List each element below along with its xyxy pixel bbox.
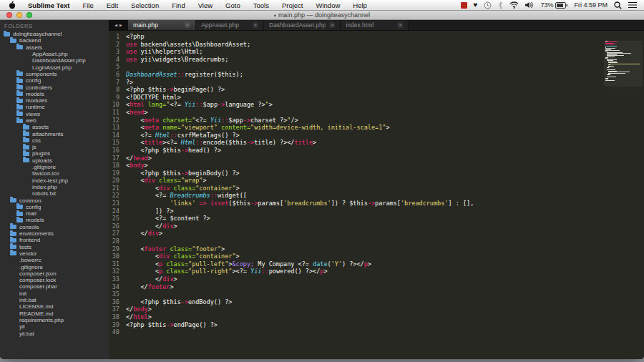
code-line-11: 11<head> <box>109 109 644 117</box>
tree-item-label: js <box>32 144 36 150</box>
tree-item-label: vendor <box>19 250 36 257</box>
folder-icon <box>16 92 23 96</box>
tree-folder-mail[interactable]: mail <box>0 210 109 217</box>
code-text: </html> <box>126 313 152 321</box>
tree-file-yii.bat[interactable]: yii.bat <box>0 330 109 336</box>
menu-item-file[interactable]: File <box>76 0 99 11</box>
apple-menu-icon[interactable] <box>0 1 21 9</box>
tab-scroll-right-icon[interactable]: ▶ <box>119 23 122 27</box>
menu-item-edit[interactable]: Edit <box>100 0 125 11</box>
tree-folder-models[interactable]: models <box>0 91 109 97</box>
tab-main.php[interactable]: main.php× <box>128 20 196 30</box>
menu-item-sublime-text[interactable]: Sublime Text <box>21 0 76 11</box>
tree-folder-vendor[interactable]: vendor <box>0 250 109 257</box>
tree-file-composer.json[interactable]: composer.json <box>0 270 109 277</box>
tree-folder-components[interactable]: components <box>0 71 109 77</box>
tree-file-.gitignore[interactable]: .gitignore <box>0 263 109 270</box>
menu-item-project[interactable]: Project <box>275 0 310 11</box>
tree-item-label: console <box>19 224 39 230</box>
folder-icon <box>23 152 29 156</box>
tab-appasset.php[interactable]: AppAsset.php× <box>196 20 264 30</box>
tree-file-dashboardasset.php[interactable]: DashboardAsset.php <box>0 57 109 64</box>
tree-folder-controllers[interactable]: controllers <box>0 84 109 90</box>
code-lines: 1<?php2use backend\assets\DashboardAsset… <box>109 31 644 336</box>
tree-folder-doingiteasychannel[interactable]: doingiteasychannel <box>0 31 109 37</box>
tree-folder-assets[interactable]: assets <box>0 124 109 130</box>
tab-close-icon[interactable]: × <box>397 22 403 28</box>
tree-file-favicon.ico[interactable]: favicon.ico <box>0 170 109 177</box>
menu-item-window[interactable]: Window <box>309 0 346 11</box>
tree-folder-console[interactable]: console <box>0 224 109 230</box>
code-line-40: 40 <box>109 328 644 336</box>
tree-file-index.php[interactable]: index.php <box>0 184 109 190</box>
tree-folder-backend[interactable]: backend <box>0 37 109 44</box>
tree-folder-config[interactable]: config <box>0 77 109 84</box>
tree-file-license.md[interactable]: LICENSE.md <box>0 303 109 310</box>
tree-folder-plugins[interactable]: plugins <box>0 150 109 157</box>
tab-dashboardasset.php[interactable]: DashboardAsset.php× <box>264 20 341 30</box>
tab-close-icon[interactable]: × <box>329 22 335 28</box>
tree-file-yii[interactable]: yii <box>0 323 109 330</box>
code-line-9: 9<!DOCTYPE html> <box>109 94 644 102</box>
line-number: 27 <box>109 230 126 238</box>
tree-file-composer.lock[interactable]: composer.lock <box>0 277 109 283</box>
menu-item-selection[interactable]: Selection <box>125 0 165 11</box>
tab-index.html[interactable]: index.html× <box>341 20 409 30</box>
tree-item-label: web <box>26 117 36 124</box>
bluetooth-icon[interactable] <box>498 1 503 9</box>
heart-menu-icon[interactable]: ♥ <box>474 1 478 9</box>
tree-file-readme.md[interactable]: README.md <box>0 310 109 316</box>
menu-item-view[interactable]: View <box>192 0 219 11</box>
tree-file-requirements.php[interactable]: requirements.php <box>0 317 109 323</box>
spotlight-search-icon[interactable] <box>614 1 622 9</box>
code-editor[interactable]: 1<?php2use backend\assets\DashboardAsset… <box>109 31 644 359</box>
tree-folder-models[interactable]: models <box>0 217 109 223</box>
tree-folder-runtime[interactable]: runtime <box>0 104 109 110</box>
code-text: <head> <box>126 109 148 117</box>
window-title-bar[interactable]: ▪main.php — doingiteasychannel <box>0 11 644 20</box>
tree-folder-assets[interactable]: assets <box>0 44 109 51</box>
tree-folder-modules[interactable]: modules <box>0 97 109 104</box>
tree-folder-frontend[interactable]: frontend <box>0 237 109 243</box>
tree-folder-config[interactable]: config <box>0 204 109 210</box>
line-number: 8 <box>109 86 126 94</box>
tree-file-init[interactable]: init <box>0 290 109 297</box>
tree-file-robots.txt[interactable]: robots.txt <box>0 190 109 197</box>
tree-folder-css[interactable]: css <box>0 137 109 144</box>
notification-center-icon[interactable] <box>628 1 637 9</box>
tab-close-icon[interactable]: × <box>253 22 258 28</box>
tree-folder-environments[interactable]: environments <box>0 230 109 237</box>
menu-item-goto[interactable]: Goto <box>219 0 247 11</box>
tree-folder-web[interactable]: web <box>0 117 109 124</box>
menu-clock-label[interactable]: Fri 4:59 PM <box>574 1 608 9</box>
tree-file-appasset.php[interactable]: AppAsset.php <box>0 51 109 57</box>
tree-folder-js[interactable]: js <box>0 144 109 150</box>
tree-file-.gitignore[interactable]: .gitignore <box>0 164 109 170</box>
volume-icon[interactable] <box>525 1 534 9</box>
tree-folder-views[interactable]: views <box>0 111 109 117</box>
code-text: <div class="container"> <box>126 253 240 260</box>
clock-icon[interactable] <box>484 1 492 9</box>
tree-file-.bowerrc[interactable]: .bowerrc <box>0 257 109 263</box>
tree-folder-uploads[interactable]: uploads <box>0 157 109 164</box>
menu-item-help[interactable]: Help <box>346 0 374 11</box>
red-square-menu-icon[interactable] <box>461 2 467 9</box>
tree-file-init.bat[interactable]: init.bat <box>0 297 109 303</box>
wifi-icon[interactable] <box>509 1 519 9</box>
line-number: 17 <box>109 155 126 162</box>
tree-file-index-test.php[interactable]: index-test.php <box>0 177 109 184</box>
tab-scroll-left-icon[interactable]: ◀ <box>114 23 117 27</box>
tree-file-composer.phar[interactable]: composer.phar <box>0 283 109 290</box>
line-number: 16 <box>109 147 126 155</box>
folder-icon <box>23 132 29 136</box>
tree-folder-attachments[interactable]: attachments <box>0 130 109 137</box>
menu-item-find[interactable]: Find <box>165 0 191 11</box>
battery-indicator[interactable]: 73% <box>540 1 567 9</box>
tab-close-icon[interactable]: × <box>185 22 190 28</box>
minimap[interactable] <box>604 41 643 87</box>
tree-folder-tests[interactable]: tests <box>0 244 109 250</box>
code-line-7: 7?> <box>109 79 644 87</box>
menu-item-tools[interactable]: Tools <box>247 0 275 11</box>
tree-file-loginasset.php[interactable]: LoginAsset.php <box>0 64 109 70</box>
tree-folder-common[interactable]: common <box>0 197 109 203</box>
